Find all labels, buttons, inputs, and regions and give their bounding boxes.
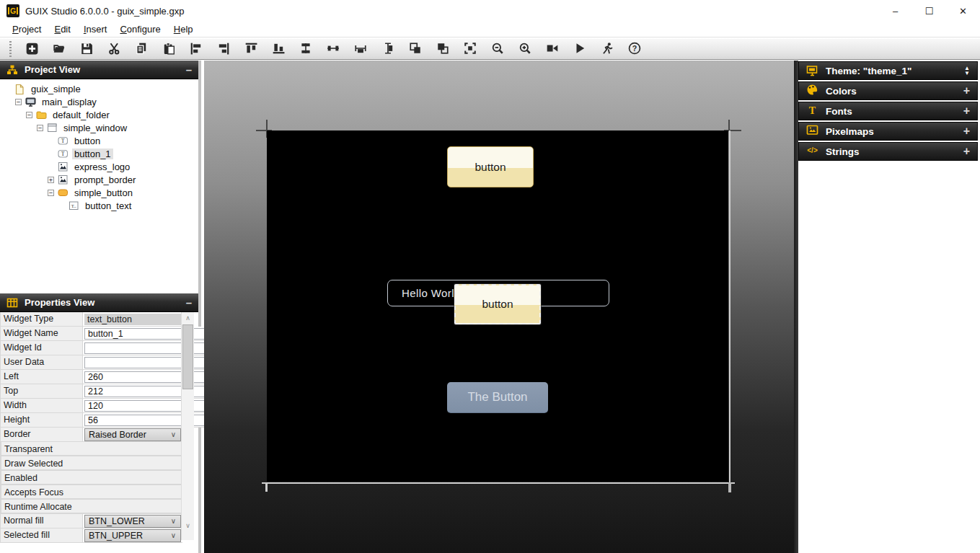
scrollbar-thumb[interactable]	[182, 324, 193, 389]
theme-spinner[interactable]: ▲ ▼	[964, 66, 970, 76]
property-select-normal-fill[interactable]: BTN_LOWER∨	[84, 515, 181, 528]
tree-item-express-logo[interactable]: express_logo	[0, 160, 198, 173]
tree-item-button-1[interactable]: Tbutton_1	[0, 147, 198, 160]
property-label: User Data	[0, 355, 83, 370]
tree-expander-minus[interactable]: −	[37, 125, 43, 131]
tree-item-prompt-border[interactable]: +prompt_border	[0, 173, 198, 186]
canvas-selected-button-widget[interactable]: button	[454, 284, 541, 324]
save-project-button[interactable]	[73, 40, 100, 58]
close-button[interactable]: ✕	[946, 0, 980, 22]
property-select-selected-fill[interactable]: BTN_UPPER∨	[84, 529, 181, 542]
theme-icon	[806, 65, 818, 77]
zoom-out-button[interactable]	[484, 40, 511, 58]
open-project-button[interactable]	[45, 40, 73, 58]
equal-height-icon	[381, 42, 394, 57]
properties-scrollbar[interactable]: ∧ ∨	[181, 312, 194, 540]
chevron-down-icon: ∨	[171, 531, 176, 539]
expand-plus-icon[interactable]: +	[963, 105, 970, 118]
tree-item-guix-simple[interactable]: guix_simple	[0, 82, 198, 95]
section-header-pixelmaps[interactable]: Pixelmaps+	[798, 122, 978, 141]
scroll-up-icon[interactable]: ∧	[182, 312, 194, 324]
property-label: Accepts Focus	[1, 485, 183, 499]
property-label: Widget Id	[0, 341, 83, 355]
save-project-icon	[80, 42, 93, 57]
zoom-fit-button[interactable]	[456, 40, 484, 58]
property-row-draw-selected: Draw Selected	[0, 456, 182, 471]
tree-item-label: button_text	[83, 200, 133, 211]
tree-item-default-folder[interactable]: −default_folder	[0, 108, 198, 121]
display-corner-handle-bottomleft[interactable]	[265, 482, 268, 492]
title-bar: G GUIX Studio 6.0.0.0 - guix_simple.gxp …	[0, 0, 980, 22]
tree-expander-minus[interactable]: −	[15, 99, 22, 105]
section-header-fonts[interactable]: TFonts+	[798, 102, 978, 120]
canvas-button-widget[interactable]: button	[447, 146, 534, 187]
align-top-button[interactable]	[237, 40, 265, 58]
help-button[interactable]: ?	[621, 40, 648, 58]
cut-button[interactable]	[100, 40, 128, 58]
tree-item-button[interactable]: Tbutton	[0, 134, 198, 147]
project-view-collapse-button[interactable]: –	[186, 66, 192, 74]
run-application-button[interactable]	[593, 40, 621, 58]
canvas-simple-button-widget[interactable]: The Button	[447, 382, 548, 413]
tree-item-main-display[interactable]: −main_display	[0, 95, 198, 108]
display-corner-handle-bottomright[interactable]	[728, 482, 731, 492]
minimize-button[interactable]: –	[878, 0, 912, 22]
new-project-button[interactable]	[18, 40, 45, 58]
tree-expander-plus[interactable]: +	[48, 177, 54, 183]
menu-item-insert[interactable]: Insert	[77, 22, 114, 36]
tree-item-button-text[interactable]: T..button_text	[0, 199, 198, 212]
menu-item-configure[interactable]: Configure	[113, 22, 167, 36]
move-to-back-button[interactable]	[429, 40, 456, 58]
menu-item-edit[interactable]: Edit	[48, 22, 76, 36]
svg-text:T..: T..	[71, 203, 76, 208]
menu-item-project[interactable]: Project	[6, 22, 48, 36]
property-label: Border	[0, 428, 83, 442]
display-edge-guide-right[interactable]	[729, 130, 730, 489]
record-macro-button[interactable]	[539, 40, 566, 58]
canvas-prompt-text: Hello World	[402, 287, 461, 299]
toolbar-grip[interactable]	[9, 41, 12, 57]
properties-view-collapse-button[interactable]: –	[186, 299, 192, 306]
move-to-front-button[interactable]	[402, 40, 429, 58]
paste-button[interactable]	[155, 40, 182, 58]
theme-header[interactable]: Theme: "theme_1" ▲ ▼	[798, 61, 978, 80]
maximize-button[interactable]: ☐	[912, 0, 946, 22]
property-row-border: BorderRaised Border∨	[0, 428, 182, 442]
display-edge-guide-bottom[interactable]	[262, 482, 735, 484]
tree-expander-minus[interactable]: −	[26, 112, 32, 118]
canvas-button-label: button	[474, 161, 506, 174]
property-select-border[interactable]: Raised Border∨	[84, 428, 181, 441]
design-canvas[interactable]: button Hello World button The Button	[204, 61, 794, 553]
tree-expander-minus[interactable]: −	[48, 190, 54, 196]
property-label: Widget Name	[0, 327, 83, 341]
align-right-button[interactable]	[210, 40, 237, 58]
equal-width-button[interactable]	[347, 40, 374, 58]
align-left-button[interactable]	[182, 40, 210, 58]
space-evenly-horizontal-button[interactable]	[319, 40, 347, 58]
space-evenly-vertical-button[interactable]	[292, 40, 319, 58]
section-header-colors[interactable]: Colors+	[798, 81, 978, 100]
display-corner-handle-topright-v[interactable]	[728, 120, 730, 131]
play-macro-button[interactable]	[566, 40, 593, 58]
properties-view-title: Properties View	[25, 297, 94, 308]
expand-plus-icon[interactable]: +	[963, 84, 970, 97]
property-row-width: Width	[0, 399, 182, 413]
svg-text:T: T	[809, 105, 816, 116]
section-header-strings[interactable]: </>Strings+	[798, 142, 978, 161]
tree-item-simple-button[interactable]: −simple_button	[0, 186, 198, 199]
zoom-in-button[interactable]	[511, 40, 539, 58]
menu-item-help[interactable]: Help	[167, 22, 200, 36]
tree-item-simple-window[interactable]: −simple_window	[0, 121, 198, 134]
theme-spinner-down-icon[interactable]: ▼	[964, 71, 970, 76]
tree-item-label: button	[72, 136, 102, 146]
equal-height-button[interactable]	[374, 40, 402, 58]
scroll-down-icon[interactable]: ∨	[182, 520, 194, 531]
expand-plus-icon[interactable]: +	[963, 145, 970, 158]
align-bottom-button[interactable]	[265, 40, 292, 58]
display-root-window[interactable]: button Hello World button The Button	[267, 130, 728, 482]
property-label: Left	[0, 370, 83, 384]
menu-bar: ProjectEditInsertConfigureHelp	[0, 22, 980, 37]
copy-button[interactable]	[128, 40, 155, 58]
text-button-icon: T	[58, 149, 69, 159]
expand-plus-icon[interactable]: +	[963, 125, 970, 138]
